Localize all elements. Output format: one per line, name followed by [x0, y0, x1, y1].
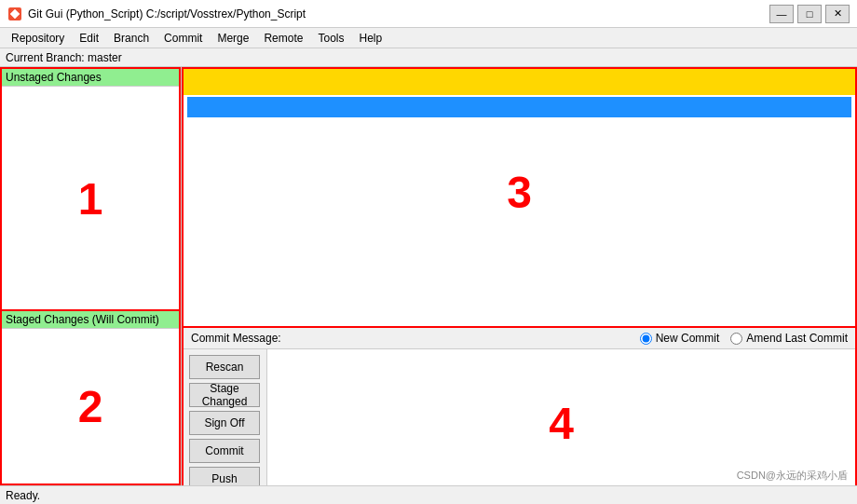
branch-label: Current Branch: master [6, 51, 122, 64]
window-controls: — □ ✕ [769, 5, 850, 23]
maximize-button[interactable]: □ [797, 5, 822, 23]
unstaged-section: Unstaged Changes 1 [0, 67, 181, 309]
menu-branch[interactable]: Branch [106, 30, 156, 47]
title-text: Git Gui (Python_Script) C:/script/Vosstr… [28, 7, 306, 20]
branch-bar: Current Branch: master [0, 48, 857, 67]
radio-amend-commit[interactable]: Amend Last Commit [730, 332, 848, 345]
left-panel: Unstaged Changes 1 Staged Changes (Will … [0, 67, 182, 485]
diff-blue-bar [187, 97, 851, 117]
staged-number: 2 [78, 381, 103, 432]
sign-off-button[interactable]: Sign Off [189, 411, 260, 435]
radio-new-input[interactable] [640, 333, 652, 345]
status-bar: Ready. [0, 485, 857, 504]
rescan-button[interactable]: Rescan [189, 355, 260, 379]
minimize-button[interactable]: — [769, 5, 794, 23]
status-text: Ready. [6, 489, 40, 502]
commit-button[interactable]: Commit [189, 439, 260, 463]
menu-remote[interactable]: Remote [256, 30, 310, 47]
right-panel: 3 Commit Message: New Commit Amend Last … [182, 67, 857, 485]
unstaged-header: Unstaged Changes [2, 69, 179, 87]
menu-repository[interactable]: Repository [4, 30, 72, 47]
menu-edit[interactable]: Edit [72, 30, 106, 47]
action-buttons: Rescan Stage Changed Sign Off Commit Pus… [184, 349, 267, 497]
menu-bar: Repository Edit Branch Commit Merge Remo… [0, 28, 857, 48]
diff-area: 3 [182, 67, 857, 328]
radio-amend-input[interactable] [730, 333, 742, 345]
menu-tools[interactable]: Tools [310, 30, 351, 47]
commit-message-label: Commit Message: [191, 332, 281, 345]
diff-number: 3 [507, 167, 532, 218]
diff-header-bar [184, 69, 855, 95]
main-container: Unstaged Changes 1 Staged Changes (Will … [0, 67, 857, 485]
unstaged-body[interactable]: 1 [2, 87, 179, 309]
commit-radio-group: New Commit Amend Last Commit [640, 332, 848, 345]
staged-section: Staged Changes (Will Commit) 2 [0, 309, 181, 485]
title-bar: Git Gui (Python_Script) C:/script/Vosstr… [0, 0, 857, 28]
commit-header: Commit Message: New Commit Amend Last Co… [184, 328, 855, 349]
staged-body[interactable]: 2 [2, 329, 179, 484]
commit-number: 4 [549, 398, 574, 449]
app-icon [7, 7, 22, 21]
menu-commit[interactable]: Commit [156, 30, 210, 47]
watermark: CSDN@永远的采鸡小盾 [733, 468, 851, 484]
menu-merge[interactable]: Merge [210, 30, 256, 47]
stage-changed-button[interactable]: Stage Changed [189, 383, 260, 407]
staged-header: Staged Changes (Will Commit) [2, 311, 179, 329]
close-button[interactable]: ✕ [825, 5, 850, 23]
menu-help[interactable]: Help [351, 30, 389, 47]
radio-new-commit[interactable]: New Commit [640, 332, 720, 345]
unstaged-number: 1 [78, 172, 103, 224]
